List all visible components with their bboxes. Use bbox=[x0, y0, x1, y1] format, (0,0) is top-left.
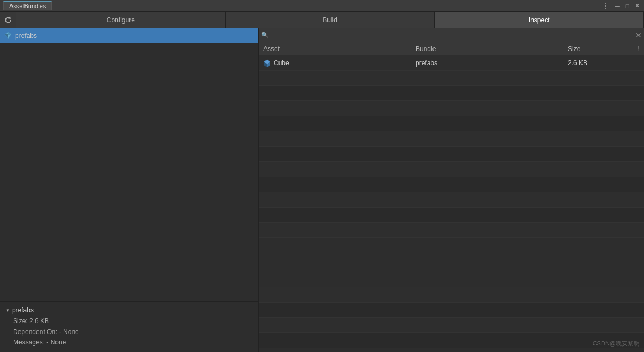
bottom-asset-row bbox=[259, 303, 644, 318]
empty-row bbox=[259, 162, 644, 177]
empty-row bbox=[259, 147, 644, 162]
refresh-button[interactable] bbox=[0, 12, 16, 28]
row-size-cell: 2.6 KB bbox=[564, 55, 633, 70]
right-panel: 🔍 ✕ Asset Bundle Size ! bbox=[259, 28, 644, 352]
bundle-value: prefabs bbox=[416, 59, 437, 67]
info-size: Size: 2.6 KB bbox=[5, 316, 253, 326]
table-row[interactable]: Cube prefabs 2.6 KB bbox=[259, 55, 644, 71]
bundle-icon bbox=[4, 32, 12, 41]
size-value: 2.6 KB bbox=[568, 59, 587, 67]
toolbar: Configure Build Inspect bbox=[0, 12, 644, 28]
col-header-asset: Asset bbox=[259, 42, 411, 55]
build-tab[interactable]: Build bbox=[226, 12, 435, 28]
col-header-flag: ! bbox=[633, 45, 644, 53]
empty-row bbox=[259, 223, 644, 238]
asset-table: Asset Bundle Size ! bbox=[259, 42, 644, 352]
bottom-asset-rows bbox=[259, 287, 644, 348]
bottom-asset-row bbox=[259, 333, 644, 348]
bottom-bundle-name: prefabs bbox=[12, 306, 34, 314]
triangle-icon: ▼ bbox=[5, 308, 10, 313]
asset-name: Cube bbox=[274, 59, 289, 67]
menu-dots-button[interactable]: ⋮ bbox=[602, 2, 609, 10]
empty-row bbox=[259, 71, 644, 86]
bottom-asset-panel bbox=[259, 287, 644, 352]
search-icon: 🔍 bbox=[261, 32, 269, 39]
search-clear-button[interactable]: ✕ bbox=[635, 31, 642, 40]
configure-tab[interactable]: Configure bbox=[16, 12, 226, 28]
window-controls: ⋮ ─ □ ✕ bbox=[602, 2, 641, 10]
empty-row bbox=[259, 86, 644, 101]
table-body: Cube prefabs 2.6 KB bbox=[259, 55, 644, 287]
bottom-asset-row bbox=[259, 287, 644, 303]
col-header-size: Size bbox=[564, 42, 633, 55]
close-button[interactable]: ✕ bbox=[633, 2, 641, 10]
row-asset-cell: Cube bbox=[259, 55, 411, 70]
empty-row bbox=[259, 177, 644, 192]
cube-icon bbox=[263, 59, 271, 67]
watermark: CSDN@晚安黎明 bbox=[593, 340, 640, 348]
search-bar: 🔍 ✕ bbox=[259, 28, 644, 42]
bundle-name: prefabs bbox=[15, 32, 37, 40]
bottom-info: ▼ prefabs Size: 2.6 KB Dependent On: - N… bbox=[0, 301, 258, 352]
empty-row bbox=[259, 101, 644, 116]
empty-row bbox=[259, 192, 644, 208]
main-layout: prefabs ▼ prefabs Size: 2.6 KB Dependent… bbox=[0, 28, 644, 352]
bundle-item-prefabs[interactable]: prefabs bbox=[0, 28, 258, 43]
empty-rows bbox=[259, 71, 644, 238]
bottom-asset-row bbox=[259, 318, 644, 333]
col-header-bundle: Bundle bbox=[411, 42, 564, 55]
empty-row bbox=[259, 208, 644, 223]
empty-row bbox=[259, 116, 644, 131]
restore-button[interactable]: □ bbox=[623, 2, 631, 10]
left-panel: prefabs ▼ prefabs Size: 2.6 KB Dependent… bbox=[0, 28, 259, 352]
title-bar: AssetBundles ⋮ ─ □ ✕ bbox=[0, 0, 644, 12]
minimize-button[interactable]: ─ bbox=[614, 2, 621, 10]
info-dependent: Dependent On: - None bbox=[5, 327, 253, 337]
bottom-bundle-title: ▼ prefabs bbox=[5, 306, 253, 314]
info-messages: Messages: - None bbox=[5, 337, 253, 348]
bundle-list-area bbox=[0, 43, 258, 301]
search-input[interactable] bbox=[271, 32, 633, 39]
title-tab[interactable]: AssetBundles bbox=[3, 1, 52, 10]
empty-row bbox=[259, 131, 644, 147]
row-bundle-cell: prefabs bbox=[411, 55, 564, 70]
inspect-tab[interactable]: Inspect bbox=[435, 12, 644, 28]
table-header: Asset Bundle Size ! bbox=[259, 42, 644, 55]
